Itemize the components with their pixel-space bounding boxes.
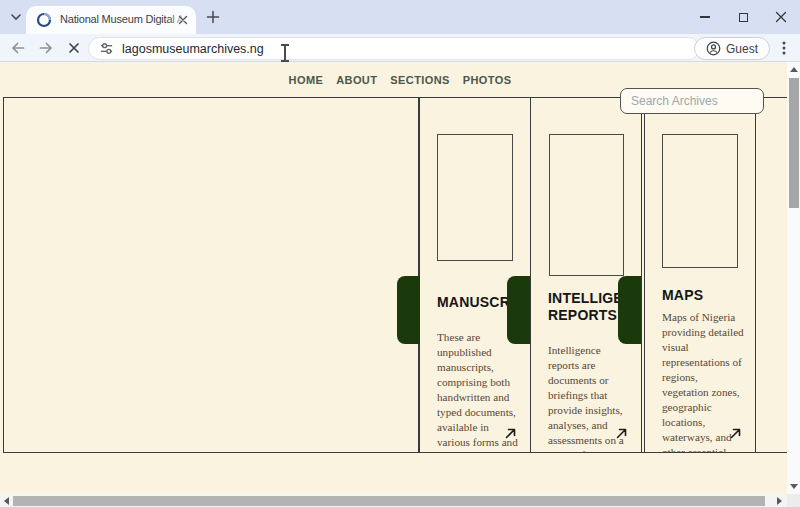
site-favicon-icon xyxy=(36,12,52,28)
page-content: HOME ABOUT SECTIONS PHOTOS MANUSCRIPTS T… xyxy=(0,62,800,507)
url-bar[interactable]: lagosmuseumarchives.ng xyxy=(88,37,700,60)
browser-toolbar: lagosmuseumarchives.ng Guest xyxy=(0,34,800,62)
nav-item-sections[interactable]: SECTIONS xyxy=(390,74,449,86)
guest-label: Guest xyxy=(726,42,758,56)
archive-carousel: MANUSCRIPTS These are unpublished manusc… xyxy=(3,97,787,453)
forward-icon[interactable] xyxy=(38,40,54,56)
horizontal-scroll-thumb[interactable] xyxy=(13,496,765,506)
kebab-menu-icon[interactable] xyxy=(777,40,791,56)
green-tab-handle[interactable] xyxy=(397,276,420,344)
site-nav: HOME ABOUT SECTIONS PHOTOS xyxy=(0,74,800,86)
open-card-arrow-icon[interactable] xyxy=(615,427,628,440)
person-icon xyxy=(706,41,721,56)
scrollbar-corner xyxy=(787,494,800,507)
text-cursor xyxy=(284,45,286,61)
new-tab-icon[interactable] xyxy=(206,10,220,24)
nav-item-about[interactable]: ABOUT xyxy=(336,74,377,86)
minimize-icon[interactable] xyxy=(686,0,724,34)
card-intelligence-reports[interactable]: INTELLIGENCE REPORTS Intelligence report… xyxy=(530,98,642,452)
maximize-icon[interactable] xyxy=(724,0,762,34)
browser-window: National Museum Digital Archi xyxy=(0,0,800,507)
card-image-placeholder xyxy=(437,134,513,261)
horizontal-scrollbar[interactable] xyxy=(0,494,787,507)
back-icon[interactable] xyxy=(10,40,26,56)
nav-item-photos[interactable]: PHOTOS xyxy=(463,74,512,86)
browser-tab[interactable]: National Museum Digital Archi xyxy=(26,6,196,34)
card-image-placeholder xyxy=(549,134,624,276)
green-tab-handle[interactable] xyxy=(507,276,530,344)
vertical-scroll-thumb[interactable] xyxy=(789,78,799,208)
close-icon[interactable] xyxy=(762,0,800,34)
nav-item-home[interactable]: HOME xyxy=(289,74,324,86)
tab-title: National Museum Digital Archi xyxy=(60,13,184,28)
scroll-down-icon[interactable] xyxy=(790,484,798,489)
tune-icon[interactable] xyxy=(99,41,114,56)
scroll-up-icon[interactable] xyxy=(790,67,798,72)
window-controls xyxy=(686,0,800,34)
guest-profile-button[interactable]: Guest xyxy=(694,37,770,60)
search-input[interactable] xyxy=(620,88,764,114)
empty-panel xyxy=(3,98,419,452)
vertical-scrollbar[interactable] xyxy=(787,62,800,494)
open-card-arrow-icon[interactable] xyxy=(504,427,517,440)
green-tab-handle[interactable] xyxy=(618,276,641,344)
tab-strip: National Museum Digital Archi xyxy=(0,0,800,34)
scroll-right-icon[interactable] xyxy=(777,497,782,505)
open-card-arrow-icon[interactable] xyxy=(729,427,742,440)
url-text: lagosmuseumarchives.ng xyxy=(122,42,264,56)
card-manuscripts[interactable]: MANUSCRIPTS These are unpublished manusc… xyxy=(419,98,531,452)
card-image-placeholder xyxy=(662,134,738,268)
card-maps[interactable]: MAPS Maps of Nigeria providing detailed … xyxy=(644,98,756,452)
card-title: MAPS xyxy=(662,287,755,304)
stop-icon[interactable] xyxy=(66,40,82,56)
scroll-left-icon[interactable] xyxy=(4,497,9,505)
chevron-down-icon[interactable] xyxy=(8,9,24,25)
tab-close-icon[interactable] xyxy=(177,14,189,26)
